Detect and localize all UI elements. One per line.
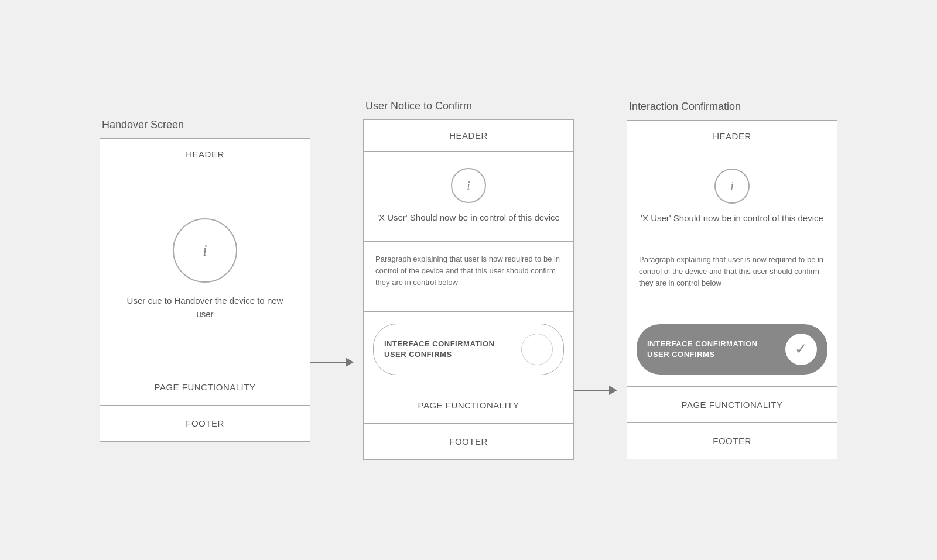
notice-page-func: PAGE FUNCTIONALITY bbox=[364, 387, 573, 424]
handover-content: i User cue to Handover the device to new… bbox=[100, 170, 310, 369]
arrow-2-wrapper bbox=[574, 386, 617, 395]
arrow-2-line bbox=[574, 390, 609, 391]
confirmation-header: HEADER bbox=[627, 121, 837, 152]
confirmation-paragraph-section: Paragraph explaining that user is now re… bbox=[627, 242, 837, 312]
notice-page-func-label: PAGE FUNCTIONALITY bbox=[418, 400, 519, 410]
confirmation-title-label: Interaction Confirmation bbox=[627, 101, 741, 113]
notice-user-title: 'X User' Should now be in control of thi… bbox=[377, 211, 560, 225]
notice-title-label: User Notice to Confirm bbox=[363, 100, 472, 112]
handover-cue-text: User cue to Handover the device to new u… bbox=[118, 294, 292, 321]
confirmation-toggle-label: INTERFACE CONFIRMATION USER CONFIRMS bbox=[647, 339, 776, 360]
notice-confirm-section[interactable]: INTERFACE CONFIRMATION USER CONFIRMS bbox=[364, 312, 573, 387]
handover-header-label: HEADER bbox=[186, 149, 224, 159]
checkmark-icon: ✓ bbox=[795, 340, 808, 358]
handover-screen: HEADER i User cue to Handover the device… bbox=[100, 138, 310, 442]
notice-paragraph-section: Paragraph explaining that user is now re… bbox=[364, 242, 573, 312]
confirmation-confirm-section[interactable]: INTERFACE CONFIRMATION USER CONFIRMS ✓ bbox=[627, 312, 837, 387]
handover-diagram: Handover Screen HEADER i User cue to Han… bbox=[100, 119, 310, 442]
notice-toggle-button[interactable]: INTERFACE CONFIRMATION USER CONFIRMS bbox=[373, 324, 564, 375]
confirmation-user-title: 'X User' Should now be in control of thi… bbox=[641, 212, 823, 225]
handover-info-icon: i bbox=[173, 218, 237, 283]
arrow-1-line bbox=[310, 362, 346, 363]
notice-toggle-knob[interactable] bbox=[521, 334, 553, 365]
confirmation-toggle-button-active[interactable]: INTERFACE CONFIRMATION USER CONFIRMS ✓ bbox=[637, 324, 827, 375]
canvas: Handover Screen HEADER i User cue to Han… bbox=[29, 100, 908, 460]
handover-page-func-label: PAGE FUNCTIONALITY bbox=[155, 382, 256, 392]
notice-header: HEADER bbox=[364, 120, 573, 152]
handover-title: Handover Screen bbox=[100, 119, 184, 131]
diagrams-row: Handover Screen HEADER i User cue to Han… bbox=[29, 100, 908, 460]
handover-footer: FOOTER bbox=[100, 406, 310, 441]
notice-toggle-label: INTERFACE CONFIRMATION USER CONFIRMS bbox=[384, 339, 512, 360]
confirmation-paragraph-text: Paragraph explaining that user is now re… bbox=[639, 254, 825, 289]
confirmation-header-label: HEADER bbox=[713, 131, 751, 141]
confirmation-page-func: PAGE FUNCTIONALITY bbox=[627, 387, 837, 423]
notice-footer: FOOTER bbox=[364, 424, 573, 459]
arrow-2-col bbox=[574, 165, 627, 395]
confirmation-diagram: Interaction Confirmation HEADER i 'X Use… bbox=[627, 101, 837, 459]
notice-footer-label: FOOTER bbox=[449, 437, 488, 446]
arrow-2-head bbox=[609, 386, 617, 395]
notice-header-label: HEADER bbox=[449, 130, 488, 140]
confirmation-top: i 'X User' Should now be in control of t… bbox=[627, 152, 837, 242]
arrow-1-head bbox=[346, 358, 354, 367]
handover-footer-label: FOOTER bbox=[186, 418, 224, 428]
confirmation-footer: FOOTER bbox=[627, 423, 837, 459]
notice-info-icon: i bbox=[451, 168, 486, 203]
notice-top: i 'X User' Should now be in control of t… bbox=[364, 152, 573, 242]
notice-screen: HEADER i 'X User' Should now be in contr… bbox=[363, 119, 574, 460]
confirmation-page-func-label: PAGE FUNCTIONALITY bbox=[682, 400, 783, 410]
arrow-1-wrapper bbox=[310, 358, 354, 367]
confirmation-footer-label: FOOTER bbox=[713, 436, 751, 446]
confirmation-screen: HEADER i 'X User' Should now be in contr… bbox=[627, 120, 837, 459]
notice-diagram: User Notice to Confirm HEADER i 'X User'… bbox=[363, 100, 574, 460]
confirmation-toggle-knob-active[interactable]: ✓ bbox=[785, 334, 817, 365]
confirmation-info-icon: i bbox=[714, 169, 750, 204]
handover-header: HEADER bbox=[100, 139, 310, 170]
notice-paragraph-text: Paragraph explaining that user is now re… bbox=[375, 253, 562, 288]
handover-page-func: PAGE FUNCTIONALITY bbox=[100, 369, 310, 406]
arrow-1-col bbox=[310, 194, 363, 367]
